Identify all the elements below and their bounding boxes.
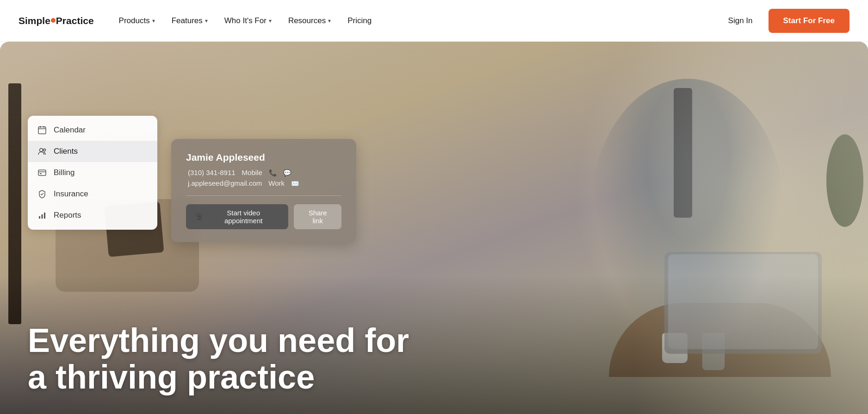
window-light: [477, 42, 868, 414]
sidebar-item-calendar[interactable]: Calendar: [28, 119, 157, 141]
sidebar-item-billing[interactable]: Billing: [28, 162, 157, 183]
hero-headline: Everything you need for a thriving pract…: [28, 322, 409, 395]
share-link-button[interactable]: Share link: [294, 204, 341, 229]
nav-right: Sign In Start For Free: [722, 9, 849, 33]
sidebar-item-reports[interactable]: Reports: [28, 205, 157, 226]
start-free-button[interactable]: Start For Free: [769, 9, 849, 33]
svg-rect-8: [40, 173, 42, 174]
email-icon: ✉️: [291, 180, 299, 187]
client-card: Jamie Appleseed (310) 341-8911 Mobile 📞 …: [171, 139, 356, 242]
sidebar-ui-overlay: Calendar Clients: [28, 116, 157, 230]
svg-rect-9: [39, 216, 40, 219]
nav-pricing[interactable]: Pricing: [341, 13, 378, 29]
calendar-icon: [37, 125, 47, 135]
start-video-button[interactable]: 🎥 Start video appointment: [186, 204, 288, 229]
svg-rect-11: [44, 213, 45, 219]
clients-icon: [37, 146, 47, 157]
card-actions: 🎥 Start video appointment Share link: [186, 204, 341, 229]
nav-who-its-for[interactable]: Who It's For ▾: [218, 13, 278, 29]
chevron-down-icon: ▾: [152, 18, 155, 24]
reports-icon: [37, 210, 47, 220]
chevron-down-icon: ▾: [269, 18, 272, 24]
nav-links: Products ▾ Features ▾ Who It's For ▾ Res…: [112, 13, 722, 29]
billing-icon: [37, 168, 47, 178]
svg-point-5: [43, 149, 46, 151]
client-phone: (310) 341-8911 Mobile 📞 💬: [186, 169, 341, 176]
chevron-down-icon: ▾: [205, 18, 208, 24]
svg-rect-6: [38, 170, 46, 176]
logo[interactable]: Simple Practice: [19, 15, 94, 26]
nav-resources[interactable]: Resources ▾: [282, 13, 337, 29]
nav-features[interactable]: Features ▾: [165, 13, 214, 29]
client-name: Jamie Appleseed: [186, 152, 341, 163]
hero-section: Calendar Clients: [0, 42, 868, 414]
sign-in-link[interactable]: Sign In: [722, 13, 759, 29]
sidebar-item-clients[interactable]: Clients: [28, 141, 157, 162]
insurance-icon: [37, 189, 47, 199]
message-icon: 💬: [283, 169, 291, 176]
phone-icon: 📞: [269, 169, 277, 176]
video-icon: 🎥: [194, 213, 203, 221]
navbar: Simple Practice Products ▾ Features ▾ Wh…: [0, 0, 868, 42]
svg-rect-0: [38, 127, 46, 134]
sidebar-ui: Calendar Clients: [28, 116, 157, 230]
sidebar-item-insurance[interactable]: Insurance: [28, 183, 157, 205]
nav-products[interactable]: Products ▾: [112, 13, 161, 29]
client-email: j.appleseed@gmail.com Work ✉️: [186, 179, 341, 187]
card-divider: [186, 195, 341, 196]
svg-point-4: [40, 149, 43, 152]
chevron-down-icon: ▾: [328, 18, 331, 24]
svg-rect-10: [42, 214, 43, 219]
hero-text: Everything you need for a thriving pract…: [28, 322, 409, 395]
